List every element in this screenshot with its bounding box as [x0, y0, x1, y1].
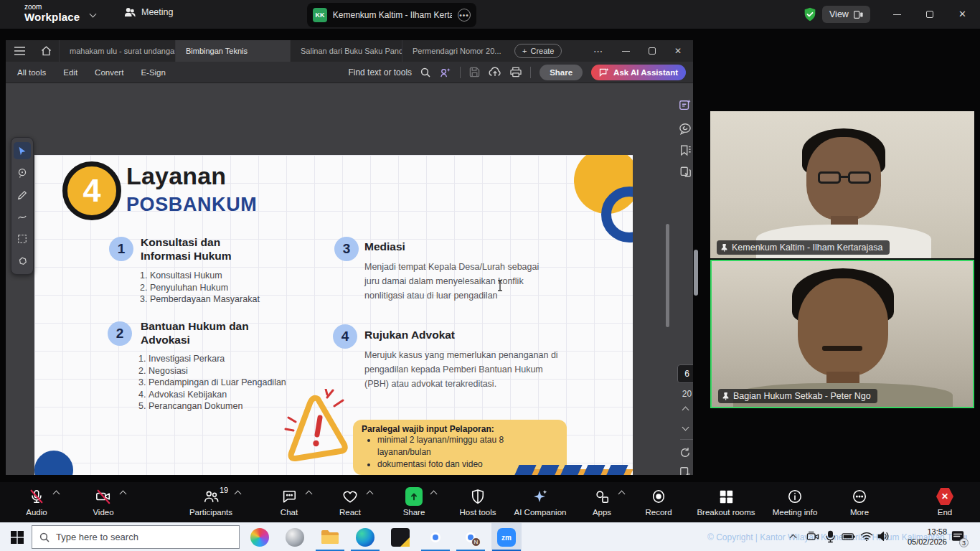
select-tool-icon[interactable] [14, 142, 31, 159]
speaker-app-icon[interactable] [286, 528, 304, 547]
generative-ai-icon[interactable] [439, 67, 451, 78]
document-scrollbar[interactable] [666, 224, 669, 327]
list-item: Advokasi Kebijakan [149, 389, 286, 401]
fit-page-icon[interactable] [677, 464, 693, 475]
zoom-workplace-logo[interactable]: zoom Workplace [24, 3, 80, 23]
doc-tab-2-active[interactable]: Bimbingan Teknis [176, 40, 291, 62]
rotate-page-icon[interactable] [677, 445, 693, 461]
tray-battery-icon[interactable] [842, 532, 856, 541]
list-item: Pendampingan di Luar Pengadilan [149, 377, 286, 389]
doc-tab-4[interactable]: Permendagri Nomor 20... [402, 40, 504, 62]
list-item: Perancangan Dokumen [149, 400, 286, 413]
participants-icon [202, 488, 220, 505]
tray-wifi-icon[interactable] [860, 532, 873, 542]
acrobat-close-button[interactable]: ✕ [674, 46, 682, 56]
tray-volume-icon[interactable] [877, 531, 890, 542]
meeting-title: Kemenkum Kaltim - Ilham Kertarajasa [333, 10, 452, 20]
tab-meeting-label: Meeting [141, 7, 173, 17]
ask-ai-assistant-button[interactable]: Ask AI Assistant [591, 65, 686, 80]
zoom-app-icon[interactable]: zm [497, 528, 516, 547]
upload-cloud-icon[interactable] [489, 67, 501, 77]
edge-browser-icon[interactable] [356, 528, 374, 547]
select-area-tool-icon[interactable] [14, 230, 31, 248]
end-icon: ✕ [936, 488, 953, 505]
search-icon [39, 532, 50, 542]
callout-bullet: minimal 2 layanan/minggu atau 8 layanan/… [377, 434, 558, 458]
menu-edit[interactable]: Edit [63, 68, 77, 77]
stage-scrollbar[interactable] [694, 250, 698, 296]
section-1-list: Konsultasi Hukum Penyuluhan Hukum Pember… [139, 270, 260, 306]
section-2-number: 2 [108, 321, 132, 346]
chat-button[interactable]: Chat [257, 482, 321, 522]
search-placeholder: Type here to search [56, 532, 138, 542]
window-more-icon[interactable]: ⋯ [593, 46, 603, 57]
previous-page-icon[interactable] [682, 407, 689, 414]
curve-tool-icon[interactable] [14, 208, 31, 225]
next-page-icon[interactable] [682, 424, 689, 431]
create-tab-button[interactable]: + Create [514, 44, 562, 58]
bookmarks-panel-icon[interactable] [677, 142, 693, 158]
participants-button[interactable]: 19 Participants [179, 482, 243, 522]
acrobat-restore-button[interactable] [649, 47, 656, 55]
draw-tool-icon[interactable] [14, 187, 31, 204]
end-meeting-button[interactable]: ✕ End [913, 482, 977, 522]
doc-tab-3[interactable]: Salinan dari Buku Saku Pandua... [291, 40, 402, 62]
acrobat-tabbar: mahakam ulu - surat undangan... Bimbinga… [6, 40, 693, 62]
menu-all-tools[interactable]: All tools [17, 68, 46, 77]
video-tile-2-active-speaker[interactable]: Bagian Hukum Setkab - Peter Ngo [710, 260, 974, 408]
pages-panel-icon[interactable] [677, 164, 693, 179]
apps-button[interactable]: Apps [570, 482, 634, 522]
taskbar-search[interactable]: Type here to search [32, 525, 240, 549]
copilot-icon[interactable] [250, 528, 269, 547]
comments-panel-icon[interactable] [677, 121, 693, 136]
more-button[interactable]: More [827, 482, 892, 522]
logo-line-workplace: Workplace [24, 11, 80, 23]
file-explorer-icon[interactable] [321, 528, 339, 547]
meeting-options-icon[interactable]: ••• [458, 9, 471, 22]
video-button[interactable]: Video [71, 482, 136, 522]
react-label: React [339, 508, 361, 517]
menu-convert[interactable]: Convert [95, 68, 123, 77]
security-shield-icon[interactable] [802, 6, 818, 22]
page-number-box[interactable]: 6 [677, 364, 693, 383]
tray-mic-icon[interactable] [825, 530, 836, 543]
record-button[interactable]: Record [626, 482, 691, 522]
share-screen-button[interactable]: Share [382, 482, 446, 522]
plus-icon: + [522, 47, 527, 55]
tray-clock[interactable]: 13:58 05/02/2026 [890, 527, 947, 547]
search-icon[interactable] [420, 67, 430, 77]
chevron-down-icon[interactable] [90, 11, 97, 18]
meeting-info-button[interactable]: Meeting info [763, 482, 827, 522]
find-text-label[interactable]: Find text or tools [348, 67, 412, 77]
acrobat-minimize-button[interactable] [622, 51, 630, 52]
minimize-button[interactable] [893, 14, 901, 15]
tab-meeting[interactable]: Meeting [123, 6, 173, 19]
maximize-button[interactable] [926, 11, 933, 18]
video-label: Video [93, 508, 113, 517]
chat-label: Chat [281, 508, 298, 517]
camera-off-icon [95, 488, 112, 505]
start-button[interactable] [11, 531, 24, 544]
tab-active-meeting[interactable]: KK Kemenkum Kaltim - Ilham Kertarajasa •… [307, 3, 476, 27]
participant-2-name: Bagian Hukum Setkab - Peter Ngo [733, 391, 871, 401]
tray-camera-icon[interactable] [806, 531, 819, 542]
ai-companion-button[interactable]: AI Companion [508, 482, 573, 522]
share-button[interactable]: Share [540, 65, 583, 80]
close-button[interactable]: ✕ [958, 9, 966, 19]
menu-hamburger-icon[interactable] [6, 40, 34, 62]
ai-assistant-panel-icon[interactable] [677, 98, 693, 113]
audio-button[interactable]: Audio [4, 482, 69, 522]
react-button[interactable]: React [318, 482, 382, 522]
print-icon[interactable] [510, 67, 522, 77]
view-button[interactable]: View [822, 6, 870, 23]
video-tile-1[interactable]: Kemenkum Kaltim - Ilham Kertarajasa [710, 111, 974, 258]
shape-tool-icon[interactable] [14, 253, 31, 270]
black-yellow-app-icon[interactable] [391, 528, 410, 547]
home-icon[interactable] [34, 40, 60, 62]
doc-tab-1[interactable]: mahakam ulu - surat undangan... [60, 40, 176, 62]
host-tools-button[interactable]: Host tools [446, 482, 510, 522]
comment-tool-icon[interactable] [14, 164, 31, 182]
record-icon [650, 488, 667, 505]
menu-esign[interactable]: E-Sign [141, 68, 166, 77]
breakout-rooms-button[interactable]: Breakout rooms [692, 482, 760, 522]
